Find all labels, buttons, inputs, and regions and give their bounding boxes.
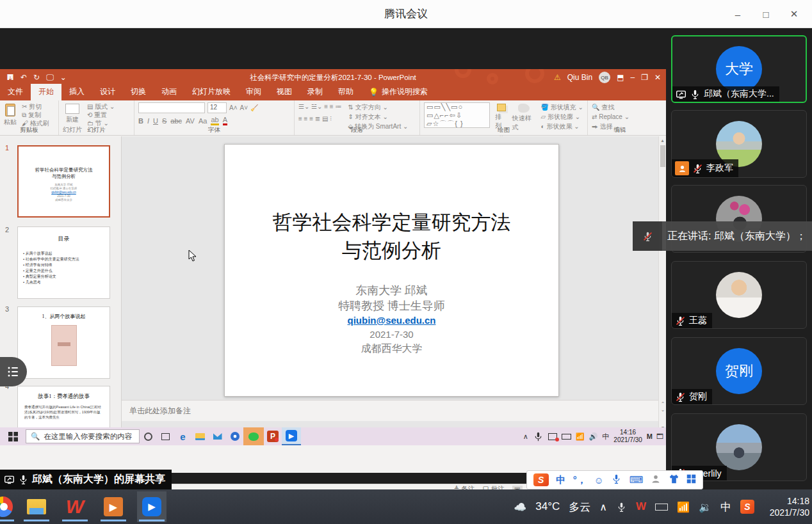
scrollbar-thumb[interactable] [660,145,665,167]
copy-button[interactable]: ⧉ 复制 [22,111,49,119]
tray-mic-icon[interactable] [533,431,544,442]
paste-button[interactable]: 粘贴 [4,102,17,127]
tab-view[interactable]: 视图 [269,84,300,100]
wifi-icon[interactable]: 📶 [677,501,690,513]
cloud-weather-icon[interactable]: ☁️ [514,501,526,513]
ppt-restore-icon[interactable]: ❐ [641,73,648,82]
clear-format-icon[interactable]: 🧹 [250,104,258,112]
participant-tile-5[interactable]: 贺刚 贺刚 [671,337,807,405]
find-button[interactable]: 🔍 查找 [592,102,648,112]
ppt-close-icon[interactable]: ✕ [654,73,661,82]
tab-insert[interactable]: 插入 [61,84,92,100]
weather-temp[interactable]: 34°C [535,500,560,513]
tab-home[interactable]: 开始 [31,84,61,100]
font-color-button[interactable]: A [223,116,227,125]
smiley-icon[interactable]: ☺ [594,475,603,486]
volume-icon[interactable]: 🔉 [699,501,711,513]
change-case-button[interactable]: Aa [199,117,207,125]
strikethrough-button[interactable]: S [162,117,166,125]
text-direction-button[interactable]: ⇅ 文字方向 ⌄ [348,102,408,112]
layout-button[interactable]: ▤ 版式 ⌄ [87,102,115,111]
participant-tile-1[interactable]: 大学 邱斌（东南大学... [671,35,807,103]
ppt-minimize-icon[interactable]: – [630,73,635,82]
tencent-meeting-icon[interactable]: ▶ [137,491,166,522]
participant-tile-2[interactable]: 李政军 [671,110,807,178]
tab-animations[interactable]: 动画 [154,84,184,100]
skin-shirt-icon[interactable] [669,474,679,486]
outer-clock[interactable]: 14:182021/7/30 [763,495,809,518]
shape-outline-button[interactable]: ▱ 形状轮廓 ⌄ [541,112,583,122]
ime-indicator[interactable]: 中 [602,432,609,441]
underline-button[interactable]: U [153,117,158,125]
cut-button[interactable]: ✂ 剪切 [22,102,49,111]
start-button[interactable] [0,427,26,445]
weather-desc[interactable]: 多云 [569,500,590,514]
action-center-icon[interactable]: 🗔 [656,433,663,440]
sogou-logo-icon[interactable]: S [533,473,549,486]
task-view-icon[interactable] [157,427,174,445]
battery-icon[interactable] [655,504,668,511]
ribbon-display-icon[interactable]: ⬒ [617,73,624,82]
list-buttons[interactable]: ☰⌄ ☱⌄ ≡ ≡ ≔ [298,102,341,111]
battery-icon[interactable] [562,434,571,440]
minimize-icon[interactable]: – [725,4,751,24]
powerpoint-taskbar-icon[interactable]: P [264,427,282,445]
tab-design[interactable]: 设计 [92,84,123,100]
account-name[interactable]: Qiu Bin [567,73,592,82]
punctuation-icon[interactable]: °， [573,474,587,486]
font-name-select[interactable] [138,102,205,113]
tab-record[interactable]: 录制 [300,84,330,100]
tab-help[interactable]: 帮助 [330,84,361,100]
wps-tray-icon[interactable]: W [636,500,646,513]
tab-review[interactable]: 审阅 [238,84,269,100]
account-avatar[interactable]: QB [599,72,610,83]
highlight-button[interactable]: ab [211,116,218,125]
font-size-select[interactable]: 12 [207,102,227,113]
char-spacing-button[interactable]: AV [186,117,195,125]
replace-button[interactable]: ⇄ Replace ⌄ [592,112,648,122]
slide-email-link[interactable]: qiubin@seu.edu.cn [225,314,558,328]
browser-globe-icon[interactable] [226,427,243,445]
maximize-icon[interactable]: □ [753,4,779,24]
edge-icon[interactable]: e [174,427,191,445]
sogou-tray-icon[interactable]: S [740,500,754,514]
shape-fill-button[interactable]: 🪣 形状填充 ⌄ [541,102,583,112]
meeting-taskbar-icon[interactable]: ▶ [282,427,301,445]
close-icon[interactable]: ✕ [781,4,807,24]
slide-canvas[interactable]: 哲学社会科学定量研究方法 与范例分析 东南大学 邱斌 特聘教授 博士生导师 qi… [224,144,559,397]
slide-thumbnail-3[interactable]: 1、从两个故事说起 [17,306,110,379]
slide-thumbnail-1[interactable]: 哲学社会科学定量研究方法与范例分析 东南大学 邱斌特聘教授 博士生导师 qiub… [17,145,110,218]
shrink-font-icon[interactable]: A˅ [240,104,248,112]
keyboard-icon[interactable]: ⌨ [629,474,644,486]
volume-icon[interactable]: 🔊 [589,433,598,441]
mail-icon[interactable] [209,427,226,445]
ime-mode-icon[interactable]: M [647,433,652,440]
taskbar-search-input[interactable]: 🔍 在这里输入你要搜索的内容 [26,429,140,443]
tellme-search[interactable]: 💡操作说明搜索 [361,84,435,100]
slide-thumbnail-2[interactable]: 目录 • 从两个故事说起 • 社会科学中的主要定量研究方法 • 经济学有何特殊 … [17,226,110,299]
tab-transitions[interactable]: 切换 [123,84,154,100]
warning-icon[interactable]: ⚠ [554,73,561,82]
wps-presentation-icon[interactable]: ▶ [99,491,128,522]
participant-tile-4[interactable]: 王蕊 [671,261,807,329]
file-explorer-icon[interactable] [191,427,209,445]
wifi-icon[interactable]: 📶 [576,433,585,441]
bold-button[interactable]: B [138,117,143,125]
grow-font-icon[interactable]: A˄ [229,104,238,112]
editor-scrollbar[interactable]: ▴ ⌃⌄ ▾ [658,136,666,432]
screen-record-icon[interactable] [548,433,557,440]
cortana-icon[interactable] [140,427,157,445]
file-explorer-icon[interactable] [22,491,51,522]
tray-up-icon[interactable]: ∧ [599,501,607,513]
tab-file[interactable]: 文件 [0,84,31,100]
person-icon[interactable] [651,474,661,486]
wechat-icon[interactable] [243,427,264,445]
italic-button[interactable]: I [147,117,149,125]
align-buttons[interactable]: ≡ ≡ ≡ ≣ ▤ ⫶ [298,115,341,123]
slide-thumbnail-4[interactable]: 故事1：费孝通的故事 费孝通撰写并出版的Peasant Life in Chin… [17,386,110,432]
abc-button[interactable]: abc [170,117,182,125]
ime-indicator[interactable]: 中 [720,500,731,514]
toolbox-grid-icon[interactable] [686,474,696,486]
tab-slideshow[interactable]: 幻灯片放映 [184,84,238,100]
ime-cn-icon[interactable]: 中 [556,474,565,486]
